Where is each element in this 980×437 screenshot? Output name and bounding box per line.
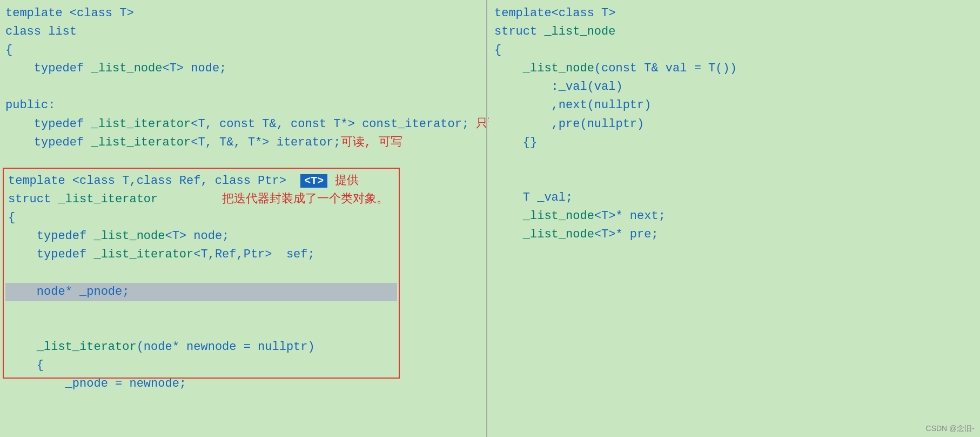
left-panel: template <class T> class list { typedef …: [0, 0, 489, 437]
right-panel: template<class T> struct _list_node { _l…: [489, 0, 980, 437]
watermark: CSDN @念旧-: [926, 424, 975, 434]
main-container: template <class T> class list { typedef …: [0, 0, 980, 437]
right-code: template<class T> struct _list_node { _l…: [494, 4, 980, 244]
tooltip-T: <T>: [300, 174, 327, 188]
line-2: class list: [5, 25, 77, 38]
line-1: template <class T>: [5, 6, 134, 20]
panel-divider: [486, 0, 487, 437]
top-code: template <class T> class list { typedef …: [5, 4, 489, 152]
line-3: {: [5, 43, 12, 57]
line-7: typedef _list_iterator<T, T&, T*> iterat…: [5, 136, 402, 149]
line-4: typedef _list_node<T> node;: [5, 62, 226, 75]
box-code: template <class T,class Ref, class Ptr> …: [8, 172, 397, 393]
line-6: typedef _list_iterator<T, const T&, cons…: [5, 117, 489, 131]
line-5: public:: [5, 98, 55, 112]
